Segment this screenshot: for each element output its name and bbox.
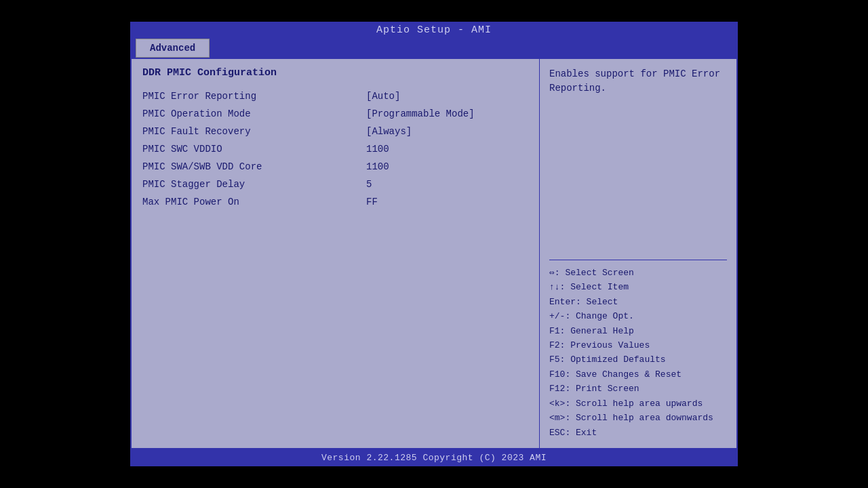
config-row-4[interactable]: PMIC SWA/SWB VDD Core1100 [142, 161, 528, 172]
config-value-2: [Always] [366, 126, 412, 137]
config-label-3: PMIC SWC VDDIO [142, 144, 366, 155]
key-help: ⇔: Select Screen↑↓: Select ItemEnter: Se… [549, 266, 727, 440]
tab-advanced[interactable]: Advanced [136, 39, 210, 58]
help-text: Enables support for PMIC Error Reporting… [549, 67, 727, 254]
config-label-5: PMIC Stagger Delay [142, 179, 366, 190]
config-label-0: PMIC Error Reporting [142, 91, 366, 102]
tab-bar: Advanced [130, 39, 738, 58]
config-row-2[interactable]: PMIC Fault Recovery[Always] [142, 126, 528, 137]
config-value-0: [Auto] [366, 91, 400, 102]
config-label-6: Max PMIC Power On [142, 197, 366, 207]
key-help-item-8: F12: Print Screen [549, 382, 727, 396]
help-divider [549, 260, 727, 260]
key-help-item-11: ESC: Exit [549, 426, 727, 440]
key-help-item-9: <k>: Scroll help area upwards [549, 396, 727, 411]
config-row-5[interactable]: PMIC Stagger Delay5 [142, 179, 528, 190]
key-help-item-7: F10: Save Changes & Reset [549, 367, 727, 382]
key-help-item-10: <m>: Scroll help area downwards [549, 411, 727, 425]
key-help-item-5: F2: Previous Values [549, 338, 727, 352]
section-title: DDR PMIC Configuration [142, 67, 528, 79]
config-value-4: 1100 [366, 161, 389, 172]
config-label-4: PMIC SWA/SWB VDD Core [142, 161, 366, 172]
left-panel: DDR PMIC Configuration PMIC Error Report… [132, 59, 540, 448]
config-value-6: FF [366, 197, 378, 207]
key-help-item-6: F5: Optimized Defaults [549, 352, 727, 367]
config-value-1: [Programmable Mode] [366, 108, 475, 119]
title-bar: Aptio Setup - AMI [130, 22, 738, 39]
config-label-2: PMIC Fault Recovery [142, 126, 366, 137]
config-row-1[interactable]: PMIC Operation Mode[Programmable Mode] [142, 108, 528, 119]
config-value-3: 1100 [366, 144, 389, 155]
right-panel: Enables support for PMIC Error Reporting… [540, 59, 736, 448]
key-help-item-3: +/-: Change Opt. [549, 309, 727, 323]
config-row-3[interactable]: PMIC SWC VDDIO1100 [142, 144, 528, 155]
key-help-item-2: Enter: Select [549, 295, 727, 309]
config-label-1: PMIC Operation Mode [142, 108, 366, 119]
config-row-0[interactable]: PMIC Error Reporting[Auto] [142, 91, 528, 102]
config-row-6[interactable]: Max PMIC Power OnFF [142, 197, 528, 207]
config-rows: PMIC Error Reporting[Auto]PMIC Operation… [142, 91, 528, 207]
footer: Version 2.22.1285 Copyright (C) 2023 AMI [130, 449, 738, 466]
key-help-item-4: F1: General Help [549, 324, 727, 338]
key-help-item-0: ⇔: Select Screen [549, 266, 727, 280]
main-content: DDR PMIC Configuration PMIC Error Report… [130, 58, 738, 449]
key-help-item-1: ↑↓: Select Item [549, 280, 727, 294]
config-value-5: 5 [366, 179, 372, 190]
